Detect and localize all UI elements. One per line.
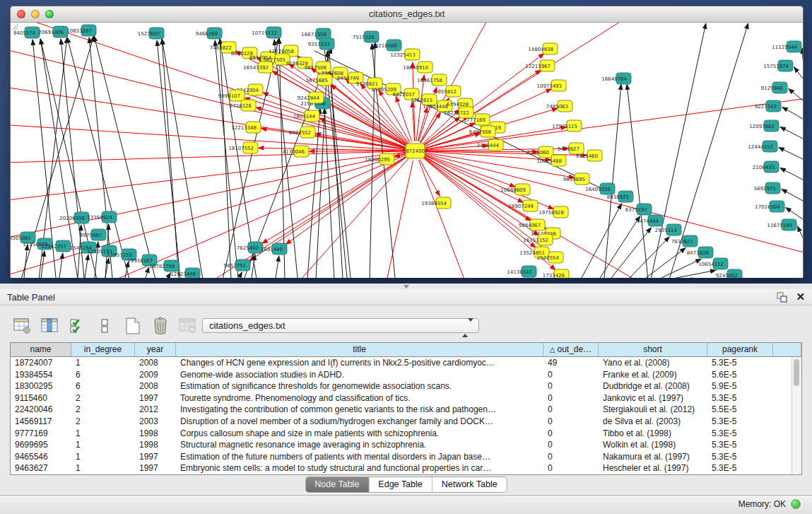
graph-edge: [378, 160, 413, 278]
network-graph[interactable]: 9405574206914061065328715276029466160107…: [11, 23, 803, 278]
table-cell: Estimation of significance thresholds fo…: [176, 380, 543, 392]
table-row[interactable]: 911546021997Tourette syndrome. Phenomeno…: [11, 392, 801, 404]
column-header[interactable]: △out_de…: [543, 343, 599, 356]
table-row[interactable]: 1872400712008Changes of HCN gene express…: [11, 357, 801, 369]
graph-node-label: 2136444: [477, 143, 500, 148]
table-cell: 5.5E-5: [707, 404, 773, 416]
table-cell: 0: [543, 416, 599, 428]
graph-edge: [782, 189, 803, 201]
panel-divider[interactable]: [0, 284, 812, 289]
table-cell: 9699695: [11, 439, 71, 451]
graph-node-label: 7485063: [546, 104, 568, 110]
table-cell: 5.3E-5: [707, 428, 773, 440]
column-header[interactable]: short: [599, 343, 707, 356]
divider-collapse-arrow-icon[interactable]: [404, 285, 409, 288]
graph-node-label: 9699695: [563, 177, 585, 182]
table-cell: 9115460: [11, 392, 71, 404]
table-cell: 18724007: [11, 357, 71, 369]
table-row[interactable]: 969969511998Structural magnetic resonanc…: [11, 439, 801, 451]
graph-node-label: 8471626: [687, 250, 710, 256]
graph-node-label: 18505081: [11, 235, 31, 241]
table-row[interactable]: 946554611997Estimation of the future num…: [11, 451, 801, 463]
table-cell: 1997: [135, 451, 176, 463]
graph-node-label: 16782759: [149, 264, 175, 269]
panel-title: Table Panel: [7, 292, 55, 303]
create-column-button[interactable]: [123, 316, 143, 336]
graph-node-label: 1362615: [411, 98, 433, 103]
graph-edge: [780, 168, 803, 180]
graph-node-label: 16210722: [444, 110, 469, 116]
show-columns-button[interactable]: [40, 316, 60, 336]
delete-columns-button[interactable]: [151, 316, 170, 336]
delete-table-button[interactable]: [178, 316, 198, 336]
graph-node-label: 12325413: [390, 52, 416, 58]
graph-node-label: 8427552: [289, 130, 311, 136]
table-cell: Jankovic et al. (1997): [599, 392, 707, 404]
table-cell: 2012: [135, 404, 176, 416]
tab-node-table[interactable]: Node Table: [305, 477, 369, 492]
column-header[interactable]: year: [135, 343, 176, 356]
table-cell: Embryonic stem cells: a model to study s…: [176, 462, 543, 474]
graph-edge: [676, 270, 716, 278]
graph-edge: [162, 39, 203, 278]
table-cell: Genome-wide association studies in ADHD.: [176, 369, 543, 381]
graph-node-label: 16151152: [523, 238, 548, 243]
graph-node-label: 6497508: [469, 129, 491, 135]
graph-node-label: 9405574: [13, 30, 36, 36]
column-header[interactable]: name: [11, 343, 71, 356]
tab-edge-table[interactable]: Edge Table: [369, 477, 432, 492]
table-row[interactable]: 1456911722003Disruption of a novel membe…: [11, 416, 801, 428]
graph-node-label: 9129946: [761, 86, 784, 91]
graph-edge: [779, 147, 803, 159]
selection-mode-button[interactable]: [68, 316, 88, 336]
table-cell: 2003: [135, 416, 176, 428]
table-cell: Corpus callosum shape and size in male p…: [176, 428, 543, 440]
network-canvas[interactable]: 9405574206914061065328715276029466160107…: [11, 23, 803, 278]
graph-edge: [582, 204, 622, 278]
node-table[interactable]: namein_degreeyeartitle△out_de…shortpager…: [10, 342, 802, 475]
network-window[interactable]: citations_edges.txt 94055742069140610653…: [10, 6, 804, 278]
graph-node-label: 9474444: [637, 218, 659, 224]
float-panel-icon[interactable]: [777, 292, 787, 303]
column-header[interactable]: in_degree: [71, 343, 135, 356]
row-height-button[interactable]: [95, 316, 115, 336]
table-cell: 9777169: [11, 428, 71, 440]
table-cell: 5.3E-5: [707, 451, 773, 463]
table-cell: 5.3E-5: [707, 439, 773, 451]
graph-node-label: 2803144: [293, 114, 316, 119]
graph-node-label: 7515526: [353, 35, 375, 40]
graph-edge: [11, 122, 406, 151]
window-resize-grip[interactable]: [11, 23, 19, 31]
graph-edge: [259, 148, 406, 151]
graph-node-label: 8454749: [337, 76, 359, 81]
graph-node-label: 12093882: [749, 124, 775, 129]
graph-edge: [420, 112, 440, 143]
table-row[interactable]: 1938455462009Genome-wide association stu…: [11, 369, 801, 381]
network-window-titlebar[interactable]: citations_edges.txt: [11, 6, 803, 23]
table-row[interactable]: 1830029562008Estimation of significance …: [11, 380, 801, 392]
table-cell: 5.6E-5: [707, 369, 773, 381]
close-panel-icon[interactable]: ✕: [796, 291, 805, 303]
table-options-button[interactable]: [13, 316, 33, 336]
table-cell: 0: [543, 380, 599, 392]
graph-edge: [627, 84, 648, 278]
scrollbar-thumb[interactable]: [794, 359, 799, 386]
memory-status-indicator-icon[interactable]: [791, 499, 801, 509]
graph-node-label: 9857751: [224, 263, 246, 269]
table-cell: 49: [543, 357, 599, 369]
table-cell: 1998: [135, 439, 176, 451]
graph-edge: [152, 156, 407, 278]
table-row[interactable]: 977716911998Corpus callosum shape and si…: [11, 428, 801, 440]
table-row[interactable]: 2242004622012Investigating the contribut…: [11, 404, 801, 416]
table-cell: 1: [71, 357, 135, 369]
graph-node-label: 5875685: [306, 78, 328, 83]
table-row[interactable]: 946362711997Embryonic stem cells: a mode…: [11, 462, 801, 474]
table-vertical-scrollbar[interactable]: [792, 357, 801, 474]
table-selector-dropdown[interactable]: citations_edges.txt: [202, 318, 479, 333]
table-cell: Tibbo et al. (1998): [599, 428, 707, 440]
column-header[interactable]: title: [176, 343, 543, 356]
graph-edge: [420, 160, 440, 196]
column-header[interactable]: pagerank: [707, 343, 773, 356]
tab-network-table[interactable]: Network Table: [433, 477, 507, 492]
graph-node-label: 16648784: [601, 76, 627, 82]
